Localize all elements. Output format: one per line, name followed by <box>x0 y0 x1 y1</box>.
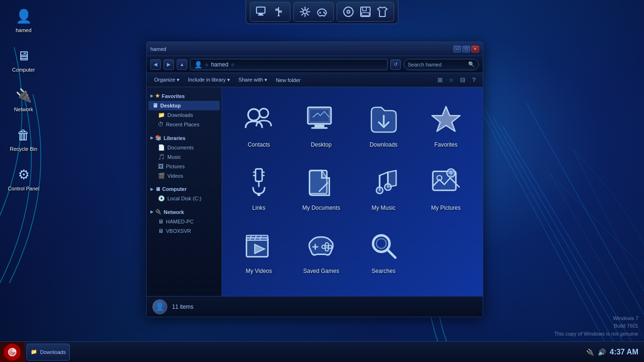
refresh-button[interactable]: ↺ <box>390 59 401 70</box>
address-text: hamed <box>211 61 229 68</box>
top-toolbar <box>246 0 398 24</box>
folder-saved-games[interactable]: Saved Games <box>292 221 350 280</box>
sidebar-item-pictures[interactable]: 🖼 Pictures <box>149 162 220 171</box>
sidebar-item-desktop[interactable]: 🖥 Desktop <box>149 101 220 110</box>
folder-my-documents[interactable]: My Documents <box>292 158 350 217</box>
taskbar: 📁 Downloads 🔌 🔊 4:37 AM <box>0 341 644 362</box>
star-icon: ★ <box>155 93 160 99</box>
links-icon-wrapper <box>240 164 278 202</box>
status-avatar: 👤 <box>152 299 167 314</box>
floppy-icon[interactable] <box>358 4 373 19</box>
up-button[interactable]: ▲ <box>177 59 187 70</box>
monitor-icon[interactable] <box>254 4 269 19</box>
help-button[interactable]: ? <box>469 75 479 85</box>
sidebar-libraries-header[interactable]: ▶ 📚 Libraries <box>147 133 222 143</box>
folder-contacts[interactable]: Contacts <box>230 95 288 154</box>
folder-my-music[interactable]: My Music <box>355 158 413 217</box>
folder-downloads[interactable]: Downloads <box>355 95 413 154</box>
shirt-icon[interactable] <box>375 4 390 19</box>
address-field[interactable]: 👤 ○ hamed ○ <box>190 59 388 70</box>
desktop-icon-network[interactable]: 🔌 Network <box>5 84 42 114</box>
sidebar-item-videos[interactable]: 🎬 Videos <box>149 171 220 181</box>
system-clock[interactable]: 4:37 AM <box>610 348 638 356</box>
favorites-label: Favorites <box>434 141 457 148</box>
explorer-body: ▶ ★ Favorites 🖥 Desktop 📁 Downloads ⏱ Re… <box>147 87 483 296</box>
svg-point-13 <box>324 13 326 14</box>
folder-my-videos[interactable]: My Videos <box>230 221 288 280</box>
contacts-icon-wrapper <box>240 101 278 139</box>
svg-point-15 <box>347 10 350 13</box>
desktop-icon-control-panel[interactable]: ⚙ Control Panel <box>5 163 42 193</box>
share-with-button[interactable]: Share with ▾ <box>235 75 271 85</box>
view-icon-2[interactable]: ○ <box>446 75 456 85</box>
svg-rect-18 <box>362 13 369 16</box>
gear-icon[interactable] <box>297 4 313 19</box>
sidebar-favorites-header[interactable]: ▶ ★ Favorites <box>147 91 222 101</box>
favorites-icon-wrapper <box>427 101 465 139</box>
sidebar-item-documents[interactable]: 📄 Documents <box>149 143 220 152</box>
downloads-label: Downloads <box>370 141 397 148</box>
folder-my-pictures[interactable]: My Pictures <box>417 158 475 217</box>
network-tray-icon[interactable]: 🔌 <box>586 348 594 356</box>
sidebar-item-local-disk[interactable]: 💿 Local Disk (C:) <box>149 194 220 203</box>
search-placeholder: Search hamed <box>408 62 442 67</box>
maximize-button[interactable]: □ <box>462 46 470 52</box>
volume-tray-icon[interactable]: 🔊 <box>598 348 606 356</box>
folder-favorites[interactable]: Favorites <box>417 95 475 154</box>
sidebar-network-header[interactable]: ▶ 🔌 Network <box>147 207 222 217</box>
svg-point-9 <box>303 10 307 14</box>
taskbar-file-explorer-app[interactable]: 📁 Downloads <box>26 344 70 361</box>
toolbar-row: Organize ▾ Include in library ▾ Share wi… <box>147 73 483 87</box>
sidebar-item-downloads[interactable]: 📁 Downloads <box>149 110 220 120</box>
sidebar-item-vboxsvr[interactable]: 🖥 VBOXSVR <box>149 226 220 236</box>
desktop-icon-computer[interactable]: 🖥 Computer <box>5 44 42 74</box>
my-documents-icon-wrapper <box>302 164 340 202</box>
searches-icon-wrapper <box>365 227 403 265</box>
minimize-button[interactable]: ─ <box>454 46 461 52</box>
videos-folder-icon: 🎬 <box>158 173 165 179</box>
back-button[interactable]: ◀ <box>150 59 161 70</box>
links-label: Links <box>252 205 265 211</box>
folder-desktop[interactable]: Desktop <box>292 95 350 154</box>
sidebar-computer-header[interactable]: ▶ 🖥 Computer <box>147 184 222 194</box>
vboxsvr-icon: 🖥 <box>158 228 164 234</box>
search-field[interactable]: Search hamed 🔍 <box>404 59 479 70</box>
view-icon-3[interactable]: ⊟ <box>457 75 468 85</box>
view-icon-1[interactable]: ⊞ <box>435 75 445 85</box>
svg-rect-0 <box>256 7 265 13</box>
saved-games-icon-wrapper <box>302 227 340 265</box>
folder-searches[interactable]: Searches <box>355 221 413 280</box>
taskbar-apps: 📁 Downloads <box>25 344 580 361</box>
desktop-icon-recycle-bin[interactable]: 🗑 Recycle Bin <box>5 123 42 154</box>
start-button[interactable] <box>0 342 25 362</box>
saved-games-label: Saved Games <box>303 268 339 274</box>
user-icon: 👤 <box>194 61 202 68</box>
gamepad-icon[interactable] <box>314 4 330 19</box>
svg-point-39 <box>384 184 391 190</box>
sidebar-item-music[interactable]: 🎵 Music <box>149 152 220 162</box>
include-library-button[interactable]: Include in library ▾ <box>184 75 234 85</box>
folder-links[interactable]: Links <box>230 158 288 217</box>
sidebar-item-recent-places[interactable]: ⏱ Recent Places <box>149 120 220 129</box>
organize-button[interactable]: Organize ▾ <box>150 75 183 85</box>
new-folder-button[interactable]: New folder <box>272 75 305 85</box>
sidebar-item-hamed-pc[interactable]: 🖥 HAMED-PC <box>149 217 220 226</box>
usb-icon[interactable] <box>271 4 286 19</box>
search-icon: 🔍 <box>468 61 475 67</box>
pictures-folder-icon: 🖼 <box>158 163 164 170</box>
network-arrow-icon: ▶ <box>150 210 153 214</box>
svg-marker-26 <box>432 107 460 132</box>
my-videos-icon-wrapper <box>240 227 278 265</box>
explorer-window: hamed ─ □ ✕ ◀ ▶ ▲ 👤 ○ hamed ○ ↺ Search h… <box>146 41 483 317</box>
music-folder-icon: 🎵 <box>158 154 165 160</box>
close-button[interactable]: ✕ <box>471 46 479 52</box>
forward-button[interactable]: ▶ <box>164 59 174 70</box>
svg-rect-22 <box>310 109 330 122</box>
svg-point-37 <box>319 190 321 192</box>
title-bar: hamed ─ □ ✕ <box>147 42 483 56</box>
svg-rect-23 <box>314 125 324 127</box>
svg-point-14 <box>344 7 353 16</box>
disc-icon[interactable] <box>341 4 356 19</box>
downloads-icon-wrapper <box>365 101 403 139</box>
desktop-icon-hamed[interactable]: 👤 hamed <box>5 5 42 35</box>
